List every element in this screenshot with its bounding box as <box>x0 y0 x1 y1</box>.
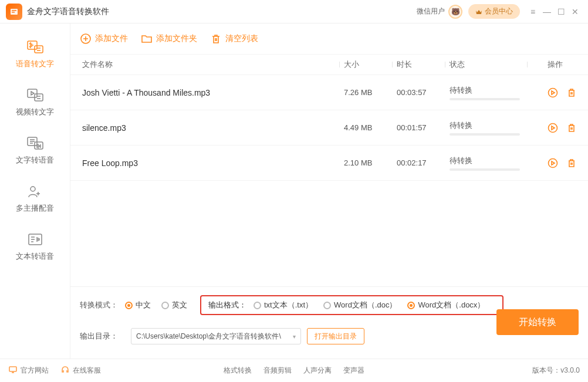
file-list: Josh Vietti - A Thousand Miles.mp3 7.26 … <box>70 75 588 181</box>
mode-radio-english[interactable]: 英文 <box>161 300 187 310</box>
toolbar: 添加文件 添加文件夹 清空列表 <box>70 23 588 54</box>
multi-anchor-icon <box>26 184 44 198</box>
col-header-size: 大小 <box>344 59 397 70</box>
file-name: silence.mp3 <box>80 123 344 133</box>
svg-rect-3 <box>28 41 37 49</box>
options-panel: 转换模式： 中文 英文 输出格式： txt文本（.txt） Word文档（.do… <box>70 286 588 359</box>
file-duration: 00:02:17 <box>397 158 450 167</box>
trash-icon <box>210 33 222 45</box>
add-folder-button[interactable]: 添加文件夹 <box>141 33 197 45</box>
svg-rect-5 <box>28 89 37 97</box>
video-to-text-icon <box>26 88 44 102</box>
sidebar: 语音转文字 视频转文字 文字转语音 多主播配音 文本转语音 <box>0 23 70 359</box>
col-header-op: 操作 <box>532 59 579 70</box>
text-to-audio-icon <box>26 136 44 150</box>
format-radio-txt[interactable]: txt文本（.txt） <box>254 300 313 310</box>
wechat-user-label: 微信用户 <box>417 6 445 16</box>
add-file-button[interactable]: 添加文件 <box>80 33 128 45</box>
online-service-link[interactable]: 在线客服 <box>60 365 101 376</box>
sidebar-item-video-to-text[interactable]: 视频转文字 <box>0 77 70 126</box>
output-label: 输出目录： <box>80 331 118 342</box>
file-row: silence.mp3 4.49 MB 00:01:57 待转换 <box>70 110 588 146</box>
svg-point-14 <box>549 158 557 167</box>
member-center-label: 会员中心 <box>485 6 513 16</box>
svg-point-9 <box>31 187 35 191</box>
headset-icon <box>60 365 70 376</box>
sidebar-item-label: 视频转文字 <box>16 107 54 117</box>
footer-link-voice-sep[interactable]: 人声分离 <box>303 366 332 376</box>
titlebar: 金舟文字语音转换软件 微信用户 🐻 会员中心 ≡ — ☐ ✕ <box>0 0 588 23</box>
close-button[interactable]: ✕ <box>568 5 582 19</box>
file-size: 2.10 MB <box>344 158 397 167</box>
sidebar-item-label: 多主播配音 <box>16 203 54 214</box>
audio-to-text-icon <box>26 40 44 54</box>
play-button[interactable] <box>547 122 559 134</box>
format-label: 输出格式： <box>208 300 246 310</box>
sidebar-item-text-to-audio[interactable]: 文字转语音 <box>0 126 70 174</box>
svg-rect-2 <box>12 12 15 13</box>
format-radio-docx[interactable]: Word文档（.docx） <box>407 300 485 310</box>
clear-list-button[interactable]: 清空列表 <box>210 33 258 45</box>
file-name: Free Loop.mp3 <box>80 158 344 168</box>
file-status: 待转换 <box>450 155 532 171</box>
sidebar-item-audio-to-text[interactable]: 语音转文字 <box>0 29 70 77</box>
file-row: Josh Vietti - A Thousand Miles.mp3 7.26 … <box>70 75 588 110</box>
version-info: 版本号：v3.0.0 <box>532 366 580 376</box>
file-status: 待转换 <box>450 85 532 100</box>
mode-label: 转换模式： <box>80 300 118 310</box>
svg-rect-1 <box>12 10 16 11</box>
svg-rect-15 <box>9 367 16 371</box>
file-duration: 00:01:57 <box>397 123 450 132</box>
progress-bar <box>450 98 520 100</box>
col-header-name: 文件名称 <box>80 59 344 70</box>
play-button[interactable] <box>547 87 559 99</box>
menu-button[interactable]: ≡ <box>526 5 540 19</box>
app-logo <box>6 4 22 20</box>
play-button[interactable] <box>547 157 559 169</box>
delete-button[interactable] <box>566 122 577 134</box>
file-size: 4.49 MB <box>344 123 397 132</box>
footer-link-format[interactable]: 格式转换 <box>224 366 252 376</box>
app-title: 金舟文字语音转换软件 <box>27 6 109 17</box>
progress-bar <box>450 168 520 171</box>
output-path-select[interactable]: C:\Users\kate\Desktop\金舟文字语音转换软件\ <box>131 328 301 344</box>
member-center-button[interactable]: 会员中心 <box>468 4 520 19</box>
file-status: 待转换 <box>450 120 532 136</box>
sidebar-item-label: 语音转文字 <box>16 59 54 69</box>
sidebar-item-label: 文本转语音 <box>16 251 54 262</box>
mode-radio-chinese[interactable]: 中文 <box>125 300 151 310</box>
sidebar-item-multi-anchor[interactable]: 多主播配音 <box>0 174 70 222</box>
monitor-icon <box>8 365 18 376</box>
svg-point-13 <box>549 123 557 132</box>
file-size: 7.26 MB <box>344 88 397 97</box>
footer-link-voice-change[interactable]: 变声器 <box>343 366 364 376</box>
open-output-button[interactable]: 打开输出目录 <box>307 328 364 344</box>
col-header-duration: 时长 <box>397 59 450 70</box>
crown-icon <box>475 8 482 15</box>
delete-button[interactable] <box>566 87 577 99</box>
doc-to-audio-icon <box>26 232 44 246</box>
delete-button[interactable] <box>566 157 577 169</box>
minimize-button[interactable]: — <box>540 5 554 19</box>
file-name: Josh Vietti - A Thousand Miles.mp3 <box>80 88 344 97</box>
sidebar-item-doc-to-audio[interactable]: 文本转语音 <box>0 222 70 270</box>
official-site-link[interactable]: 官方网站 <box>8 365 49 376</box>
start-convert-button[interactable]: 开始转换 <box>496 309 579 335</box>
file-list-header: 文件名称 大小 时长 状态 操作 <box>70 54 588 75</box>
footer-links: 格式转换 音频剪辑 人声分离 变声器 <box>224 366 364 376</box>
plus-circle-icon <box>80 33 92 45</box>
maximize-button[interactable]: ☐ <box>554 5 568 19</box>
footer: 官方网站 在线客服 格式转换 音频剪辑 人声分离 变声器 版本号：v3.0.0 <box>0 359 588 382</box>
sidebar-item-label: 文字转语音 <box>16 155 54 165</box>
format-radio-doc[interactable]: Word文档（.doc） <box>323 300 397 310</box>
file-row: Free Loop.mp3 2.10 MB 00:02:17 待转换 <box>70 146 588 181</box>
progress-bar <box>450 133 520 136</box>
svg-point-12 <box>549 88 557 97</box>
col-header-status: 状态 <box>450 59 532 70</box>
user-avatar[interactable]: 🐻 <box>448 5 462 19</box>
footer-link-audio-edit[interactable]: 音频剪辑 <box>263 366 292 376</box>
format-options-box: 输出格式： txt文本（.txt） Word文档（.doc） Word文档（.d… <box>200 295 503 315</box>
file-duration: 00:03:57 <box>397 88 450 97</box>
folder-icon <box>141 33 153 45</box>
